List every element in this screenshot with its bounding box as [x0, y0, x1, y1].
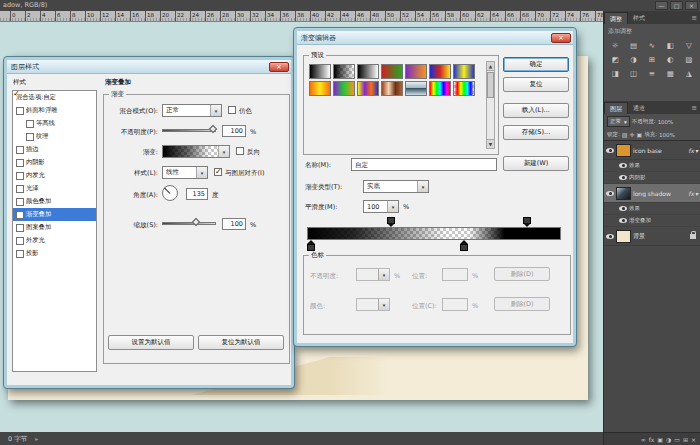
- style-item-3[interactable]: 纹理: [13, 130, 96, 143]
- hue-saturation-icon[interactable]: ◩: [606, 52, 624, 66]
- minimize-button[interactable]: —: [655, 1, 668, 10]
- selective-color-icon[interactable]: ◮: [680, 66, 698, 80]
- fx-badge[interactable]: fx▾: [688, 190, 698, 197]
- layers-menu-icon[interactable]: ≡: [691, 102, 700, 114]
- eye-icon[interactable]: [606, 191, 614, 196]
- style-item-9[interactable]: 渐变叠加: [13, 208, 96, 221]
- app-title-bar[interactable]: adow, RGB/8) —▢×: [0, 0, 700, 11]
- tab-channels[interactable]: 通道: [628, 102, 650, 114]
- eye-icon[interactable]: [619, 206, 627, 211]
- style-checkbox[interactable]: [16, 224, 24, 232]
- style-item-7[interactable]: 光泽: [13, 182, 96, 195]
- chevron-down-icon[interactable]: ▾: [695, 147, 698, 154]
- tab-layers[interactable]: 图层: [604, 102, 628, 114]
- style-item-6[interactable]: 内发光: [13, 169, 96, 182]
- gradient-preset-yellow-violet-orange-blue[interactable]: [357, 81, 379, 96]
- lock-position-icon[interactable]: ✛: [630, 131, 635, 138]
- save-button[interactable]: 存储(S)...: [503, 125, 569, 140]
- align-layer-checkbox[interactable]: [214, 168, 222, 176]
- layer-thumbnail[interactable]: [616, 230, 631, 243]
- scrollbar-thumb[interactable]: [487, 72, 494, 98]
- delete-icon[interactable]: ×: [691, 436, 696, 443]
- style-item-11[interactable]: 外发光: [13, 234, 96, 247]
- eye-icon[interactable]: [619, 218, 627, 223]
- layer-effect-row[interactable]: 效果: [604, 160, 700, 172]
- gradient-preset-orange-yellow-orange[interactable]: [309, 81, 331, 96]
- gradient-preset-black-white[interactable]: [357, 64, 379, 79]
- scale-value[interactable]: 100: [222, 218, 246, 230]
- vibrance-icon[interactable]: ▽: [680, 38, 698, 52]
- scale-slider[interactable]: [162, 219, 216, 228]
- style-item-1[interactable]: 斜面和浮雕: [13, 104, 96, 117]
- blend-mode-select[interactable]: 正常 ▾: [162, 104, 222, 117]
- style-checkbox[interactable]: [16, 146, 24, 154]
- curves-icon[interactable]: ∿: [643, 38, 661, 52]
- fill-value[interactable]: 100%: [659, 132, 675, 138]
- opacity-value[interactable]: 100: [222, 125, 246, 137]
- style-item-12[interactable]: 投影: [13, 247, 96, 260]
- new-button[interactable]: 新建(W): [503, 156, 569, 171]
- style-item-2[interactable]: 等高线: [13, 117, 96, 130]
- tab-styles[interactable]: 样式: [628, 12, 650, 24]
- gradient-preset-blue-red-yellow[interactable]: [429, 64, 451, 79]
- posterize-icon[interactable]: ≡: [643, 66, 661, 80]
- style-checkbox[interactable]: [26, 120, 34, 128]
- maximize-button[interactable]: ▢: [670, 1, 683, 10]
- layer-blend-mode-select[interactable]: 正常 ▾: [607, 116, 630, 127]
- layer-effect-row[interactable]: 效果: [604, 203, 700, 215]
- style-checkbox[interactable]: [16, 211, 24, 219]
- brightness-contrast-icon[interactable]: ☼: [606, 38, 624, 52]
- gradient-preset-red-green[interactable]: [381, 64, 403, 79]
- style-checkbox[interactable]: [16, 159, 24, 167]
- style-select[interactable]: 线性 ▾: [162, 166, 208, 179]
- style-checkbox[interactable]: [16, 172, 24, 180]
- layer-effect-row[interactable]: 内阴影: [604, 172, 700, 184]
- exposure-icon[interactable]: ◧: [661, 38, 679, 52]
- gradient-preset-violet-orange[interactable]: [405, 64, 427, 79]
- name-input[interactable]: 自定: [351, 158, 497, 171]
- threshold-icon[interactable]: ▦: [661, 66, 679, 80]
- reset-button[interactable]: 复位: [503, 77, 569, 92]
- angle-dial[interactable]: [162, 185, 178, 201]
- layer-thumbnail[interactable]: [616, 144, 631, 157]
- layer-row-1[interactable]: long shadowfx▾: [604, 184, 700, 203]
- ok-button[interactable]: 确定: [503, 57, 569, 72]
- dither-checkbox[interactable]: [228, 106, 236, 114]
- close-icon[interactable]: ×: [551, 33, 571, 43]
- lock-all-icon[interactable]: ▣: [637, 131, 643, 138]
- levels-icon[interactable]: ▤: [624, 38, 642, 52]
- fx-badge[interactable]: fx▾: [688, 147, 698, 154]
- style-item-5[interactable]: 内阴影: [13, 156, 96, 169]
- reset-default-button[interactable]: 复位为默认值: [198, 335, 284, 350]
- gradient-preset-foreground-to-transparent[interactable]: [333, 64, 355, 79]
- panel-menu-icon[interactable]: ≡: [691, 12, 700, 24]
- eye-icon[interactable]: [606, 148, 614, 153]
- black-white-icon[interactable]: ⊞: [643, 52, 661, 66]
- reverse-checkbox[interactable]: [236, 147, 244, 155]
- gradient-preset-spectrum[interactable]: [429, 81, 451, 96]
- opacity-slider[interactable]: [162, 126, 216, 135]
- channel-mixer-icon[interactable]: ▨: [680, 52, 698, 66]
- adjustment-icon[interactable]: ◑: [666, 436, 671, 443]
- gradient-preset-blue-yellow-blue[interactable]: [453, 64, 475, 79]
- style-checkbox[interactable]: [16, 198, 24, 206]
- close-button[interactable]: ×: [685, 1, 698, 10]
- color-stop[interactable]: [460, 240, 468, 250]
- gradient-preset-chrome[interactable]: [405, 81, 427, 96]
- style-item-10[interactable]: 图案叠加: [13, 221, 96, 234]
- color-lookup-icon[interactable]: ◨: [606, 66, 624, 80]
- opacity-stop[interactable]: [387, 217, 395, 227]
- make-default-button[interactable]: 设置为默认值: [108, 335, 194, 350]
- fx-icon[interactable]: fx: [649, 436, 655, 443]
- color-balance-icon[interactable]: ◑: [624, 52, 642, 66]
- opacity-stop[interactable]: [523, 217, 531, 227]
- link-icon[interactable]: ∞: [641, 436, 646, 443]
- gradient-editor-title-bar[interactable]: 渐变编辑器 ×: [297, 31, 573, 45]
- style-checkbox[interactable]: [16, 237, 24, 245]
- group-icon[interactable]: ▭: [674, 436, 680, 443]
- gradient-preset-copper[interactable]: [381, 81, 403, 96]
- layer-effect-row[interactable]: 渐变叠加: [604, 215, 700, 227]
- new-layer-icon[interactable]: ⊞: [683, 436, 688, 443]
- gradient-bar[interactable]: [307, 227, 561, 240]
- angle-value[interactable]: 135: [186, 188, 208, 200]
